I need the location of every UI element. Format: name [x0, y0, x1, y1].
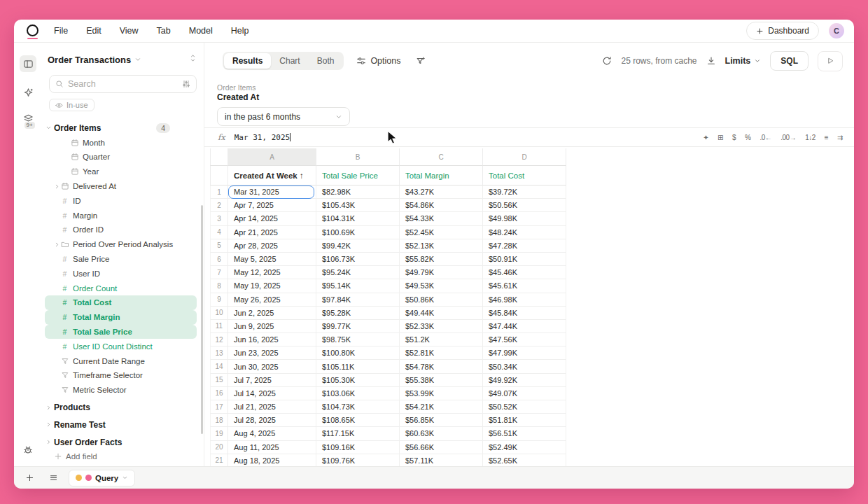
sidebar-field-order-id[interactable]: #Order ID [45, 223, 197, 237]
table-cell[interactable]: $100.69K [316, 226, 400, 239]
table-cell[interactable]: $51.81K [483, 414, 566, 427]
menu-item-edit[interactable]: Edit [86, 26, 102, 36]
percent-format-icon[interactable]: % [745, 134, 750, 141]
ai-sparkle-icon[interactable]: ✦ [703, 134, 708, 141]
table-cell[interactable]: $50.91K [483, 253, 566, 266]
table-cell[interactable]: May 19, 2025 [228, 279, 316, 293]
search-input[interactable]: Search [49, 75, 197, 93]
tab-chart[interactable]: Chart [271, 53, 308, 69]
column-header-total-sale-price[interactable]: Total Sale Price [316, 166, 400, 186]
table-cell[interactable]: $99.77K [316, 320, 400, 333]
table-cell[interactable]: $49.92K [483, 374, 566, 387]
column-header-total-cost[interactable]: Total Cost [483, 166, 566, 186]
table-cell[interactable]: $45.84K [483, 307, 566, 320]
tab-both[interactable]: Both [309, 53, 343, 69]
row-number[interactable]: 14 [210, 360, 228, 373]
table-cell[interactable]: $98.75K [316, 333, 400, 346]
table-cell[interactable]: $54.33K [400, 212, 483, 225]
table-cell[interactable]: May 26, 2025 [228, 293, 316, 307]
table-cell[interactable]: $49.07K [483, 387, 566, 400]
table-cell[interactable]: $52.49K [483, 441, 566, 454]
sidebar-field-total-cost[interactable]: #Total Cost [45, 295, 197, 310]
in-use-filter-chip[interactable]: In-use [49, 99, 94, 111]
table-cell[interactable]: $54.78K [400, 360, 483, 373]
menu-item-help[interactable]: Help [231, 26, 249, 36]
toggle-sidebar-icon[interactable] [20, 55, 36, 72]
table-cell[interactable]: $95.14K [316, 279, 400, 293]
tab-results[interactable]: Results [224, 53, 271, 69]
table-cell[interactable]: Jun 23, 2025 [228, 346, 316, 360]
collapse-expand-icon[interactable] [189, 53, 197, 66]
row-number[interactable]: 19 [210, 427, 228, 440]
app-logo-icon[interactable] [27, 24, 40, 38]
table-cell[interactable]: $52.45K [400, 226, 483, 239]
table-cell[interactable]: $55.82K [400, 253, 483, 266]
table-cell[interactable]: $47.44K [483, 320, 566, 333]
increase-decimal-icon[interactable]: .00→ [780, 134, 796, 141]
row-number[interactable]: 11 [210, 320, 228, 333]
layers-icon[interactable]: 9+ [23, 113, 34, 124]
table-cell[interactable]: $56.85K [400, 414, 483, 427]
row-number[interactable]: 9 [210, 293, 228, 307]
table-cell[interactable]: $45.46K [483, 266, 566, 279]
tab-list-icon[interactable] [45, 470, 62, 486]
row-number[interactable]: 5 [210, 239, 228, 253]
table-cell[interactable]: $50.56K [483, 199, 566, 212]
table-cell[interactable]: $48.24K [483, 226, 566, 239]
sidebar-field-total-sale-price[interactable]: #Total Sale Price [45, 325, 197, 340]
table-cell[interactable]: $105.30K [316, 374, 400, 387]
table-cell[interactable]: $53.99K [400, 387, 483, 400]
sidebar-field-delivered-at[interactable]: Delivered At [45, 179, 197, 194]
sidebar-field-order-count[interactable]: #Order Count [45, 281, 197, 295]
table-cell[interactable]: Apr 28, 2025 [228, 239, 316, 253]
table-cell[interactable]: May 5, 2025 [228, 253, 316, 266]
search-filter-icon[interactable] [182, 80, 190, 88]
sidebar-group-products[interactable]: Products [45, 400, 197, 415]
table-cell[interactable]: Jul 7, 2025 [228, 374, 316, 387]
wrap-text-icon[interactable]: ⇉ [837, 134, 843, 141]
table-cell[interactable]: Apr 14, 2025 [228, 212, 316, 225]
table-cell[interactable]: $54.21K [400, 400, 483, 414]
table-cell[interactable]: $56.51K [483, 427, 566, 440]
refresh-icon[interactable] [602, 56, 612, 66]
table-cell[interactable]: $97.84K [316, 293, 400, 307]
add-dashboard-button[interactable]: Dashboard [746, 22, 819, 40]
table-cell[interactable]: May 12, 2025 [228, 266, 316, 279]
column-letter-D[interactable]: D [483, 148, 566, 166]
table-cell[interactable]: $109.16K [316, 441, 400, 454]
row-number[interactable]: 18 [210, 414, 228, 427]
table-cell[interactable]: $47.28K [483, 239, 566, 253]
sidebar-field-period-over-period-analysis[interactable]: Period Over Period Analysis [45, 237, 197, 252]
table-cell[interactable]: $52.13K [400, 239, 483, 253]
row-number[interactable]: 6 [210, 253, 228, 266]
formula-value[interactable]: Mar 31, 2025 [234, 133, 290, 142]
table-cell[interactable]: $52.81K [400, 346, 483, 360]
table-cell[interactable]: Jun 9, 2025 [228, 320, 316, 333]
table-cell[interactable]: Aug 4, 2025 [228, 427, 316, 440]
sidebar-group-rename-test[interactable]: Rename Test [45, 417, 197, 432]
sidebar-field-timeframe-selector[interactable]: Timeframe Selector [45, 368, 197, 383]
sidebar-field-metric-selector[interactable]: Metric Selector [45, 383, 197, 398]
table-cell[interactable]: $117.15K [316, 427, 400, 440]
sidebar-field-current-date-range[interactable]: Current Date Range [45, 354, 197, 368]
sidebar-field-month[interactable]: Month [45, 135, 197, 150]
insert-field-icon[interactable]: ⊞ [718, 134, 723, 141]
sql-button[interactable]: SQL [770, 51, 808, 71]
table-cell[interactable]: $45.61K [483, 279, 566, 293]
table-cell[interactable]: $103.06K [316, 387, 400, 400]
add-filter-icon[interactable] [416, 56, 426, 66]
row-number[interactable]: 2 [210, 199, 228, 212]
table-cell[interactable]: $43.27K [400, 186, 483, 199]
row-number[interactable]: 16 [210, 387, 228, 400]
menu-item-file[interactable]: File [54, 26, 68, 36]
corner-cell[interactable] [210, 148, 228, 166]
table-cell[interactable]: $95.28K [316, 307, 400, 320]
sidebar-group-order-items[interactable]: Order Items4 [45, 121, 197, 136]
table-cell[interactable]: $47.99K [483, 346, 566, 360]
table-cell[interactable]: $104.73K [316, 400, 400, 414]
sidebar-field-user-id[interactable]: #User ID [45, 266, 197, 281]
row-number[interactable]: 12 [210, 333, 228, 346]
table-cell[interactable]: $50.34K [483, 360, 566, 373]
menu-item-tab[interactable]: Tab [157, 26, 171, 36]
table-cell[interactable]: $52.33K [400, 320, 483, 333]
